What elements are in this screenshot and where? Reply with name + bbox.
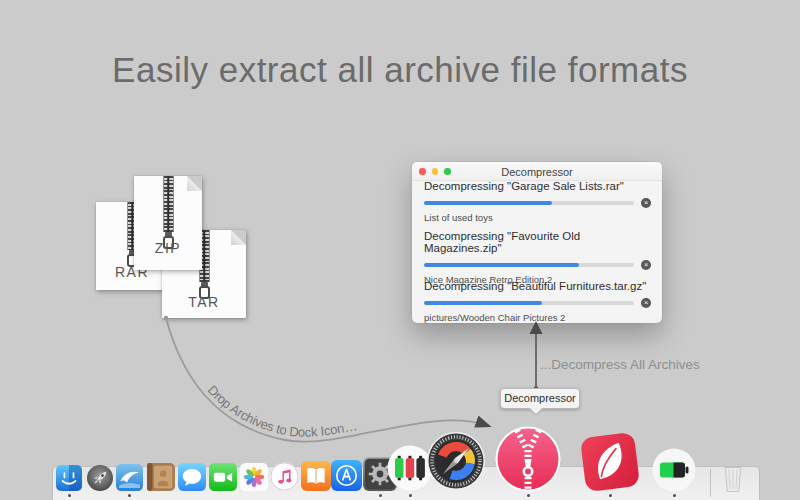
dock-icon-decompressor[interactable] (495, 426, 561, 492)
dock-icon-contacts[interactable] (147, 463, 175, 491)
screenshot-stage: Easily extract all archive file formats … (0, 0, 800, 500)
dock-separator (710, 469, 711, 497)
progress-bar (424, 301, 634, 305)
task-label: Decompressing "Favourite Old Magazines.z… (424, 230, 651, 254)
decompress-hint-text: ...Decompress All Archives (540, 357, 700, 372)
dock-icon-gauge[interactable] (426, 431, 486, 491)
dock-icon-ibooks[interactable] (301, 461, 331, 491)
page-title: Easily extract all archive file formats (0, 50, 800, 90)
progress-fill (424, 301, 542, 305)
window-title: Decompressor (412, 166, 662, 178)
dock-tooltip: Decompressor (500, 388, 580, 409)
running-indicator (409, 494, 412, 497)
dock-icon-mail[interactable] (116, 464, 143, 491)
dock-icon-facetime[interactable] (209, 463, 237, 491)
task-row: Decompressing "Beautiful Furnitures.tar.… (424, 280, 651, 330)
task-label: Decompressing "Garage Sale Lists.rar" (424, 180, 651, 192)
page-fold (187, 176, 202, 191)
dock-icon-finder[interactable] (56, 465, 82, 491)
page-fold (231, 230, 246, 245)
cancel-icon[interactable]: × (641, 260, 651, 270)
running-indicator (527, 494, 530, 497)
decompressor-window: Decompressor Decompressing "Garage Sale … (412, 162, 662, 323)
task-sublabel: pictures/Wooden Chair Pictures 2 (424, 312, 651, 323)
window-titlebar[interactable]: Decompressor (412, 162, 662, 181)
dock-icon-trash[interactable] (718, 464, 748, 494)
task-label: Decompressing "Beautiful Furnitures.tar.… (424, 280, 651, 292)
dock-icon-leaf[interactable] (577, 429, 644, 496)
drop-arrow (166, 318, 489, 442)
running-indicator (379, 494, 382, 497)
running-indicator (68, 494, 71, 497)
drop-hint-text: Drop Archives to Dock Icon… (205, 382, 358, 439)
task-row: Decompressing "Garage Sale Lists.rar" × … (424, 180, 651, 230)
dock-icon-battery[interactable] (652, 448, 696, 492)
running-indicator (673, 494, 676, 497)
dock-icon-app-store[interactable] (331, 460, 362, 491)
dock-icon-itunes[interactable] (270, 462, 299, 491)
progress-bar (424, 201, 634, 205)
file-icon-zip[interactable]: ZIP (134, 176, 202, 270)
running-indicator (128, 494, 131, 497)
cancel-icon[interactable]: × (641, 298, 651, 308)
progress-bar (424, 263, 634, 267)
progress-fill (424, 201, 552, 205)
zipper-icon (163, 176, 174, 249)
file-label-zip: ZIP (134, 240, 202, 256)
cancel-icon[interactable]: × (641, 198, 651, 208)
running-indicator (609, 494, 612, 497)
file-label-tar: TAR (162, 294, 246, 310)
dock-icon-photos[interactable] (240, 463, 268, 491)
dock-icon-launchpad[interactable] (87, 465, 113, 491)
task-sublabel: List of used toys (424, 212, 651, 223)
task-row: Decompressing "Favourite Old Magazines.z… (424, 230, 651, 280)
dock-icon-messages[interactable] (178, 463, 206, 491)
progress-fill (424, 263, 579, 267)
